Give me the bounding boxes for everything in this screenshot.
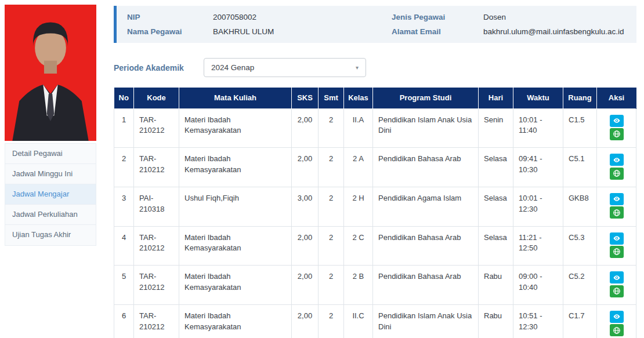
web-link-button[interactable] [610,285,624,297]
cell-hari: Selasa [479,226,513,266]
sidebar-item-jadwal-mengajar[interactable]: Jadwal Mengajar [5,184,96,205]
column-header-waktu: Waktu [513,88,563,108]
sidebar-item-jadwal-minggu-ini[interactable]: Jadwal Minggu Ini [5,164,96,184]
cell-kelas: 2 C [344,226,373,266]
cell-program-studi: Pendidikan Islam Anak Usia Dini [373,108,479,148]
cell-smt: 2 [319,108,344,148]
cell-no: 5 [114,266,134,305]
jenis-pegawai-value: Dosen [483,13,626,21]
web-link-button[interactable] [610,324,624,336]
cell-no: 3 [114,187,134,226]
chevron-down-icon: ▾ [356,64,359,71]
cell-hari: Selasa [479,187,513,226]
cell-waktu: 10:51 - 12:30 [513,304,563,338]
cell-aksi [597,108,636,148]
jenis-pegawai-label: Jenis Pegawai [392,13,479,21]
cell-ruang: C1.5 [563,108,597,148]
cell-kelas: 2 H [344,187,373,226]
cell-aksi [597,226,636,266]
cell-mata-kuliah: Materi Ibadah Kemasyarakatan [179,108,292,148]
cell-no: 4 [114,226,134,266]
person-silhouette-icon [5,6,96,141]
employee-photo [5,5,96,141]
globe-icon [613,287,621,295]
nip-label: NIP [127,13,208,21]
cell-sks: 2,00 [292,108,319,148]
cell-aksi [597,187,636,226]
main-content: NIP 2007058002 Jenis Pegawai Dosen Nama … [114,5,636,338]
cell-waktu: 09:00 - 10:40 [513,266,563,305]
cell-kode: PAI-210318 [134,187,179,226]
view-detail-button[interactable] [610,232,624,245]
cell-aksi [597,148,636,187]
column-header-no: No [114,88,134,108]
eye-icon [613,234,621,242]
cell-hari: Rabu [479,266,513,305]
sidebar-item-jadwal-perkuliahan[interactable]: Jadwal Perkuliahan [5,205,96,225]
column-header-smt: Smt [319,88,344,108]
web-link-button[interactable] [610,168,624,180]
table-row: 2 TAR-210212 Materi Ibadah Kemasyarakata… [114,148,636,187]
globe-icon [613,130,621,138]
view-detail-button[interactable] [610,311,624,323]
sidebar-menu: Detail PegawaiJadwal Minggu IniJadwal Me… [5,143,96,246]
globe-icon [613,169,621,177]
cell-no: 2 [114,148,134,187]
eye-icon [613,195,621,203]
cell-program-studi: Pendidikan Bahasa Arab [373,226,479,266]
view-detail-button[interactable] [610,271,624,284]
table-row: 5 TAR-210212 Materi Ibadah Kemasyarakata… [114,266,636,305]
periode-selected-value: 2024 Genap [211,63,254,72]
cell-aksi [597,304,636,338]
cell-mata-kuliah: Materi Ibadah Kemasyarakatan [179,148,292,187]
cell-mata-kuliah: Materi Ibadah Kemasyarakatan [179,226,292,266]
cell-hari: Senin [479,108,513,148]
cell-no: 6 [114,304,134,338]
column-header-kode: Kode [134,88,179,108]
cell-hari: Rabu [479,304,513,338]
employee-info-box: NIP 2007058002 Jenis Pegawai Dosen Nama … [114,6,636,43]
nama-pegawai-label: Nama Pegawai [127,27,208,36]
alamat-email-label: Alamat Email [392,27,479,36]
column-header-hari: Hari [479,88,513,108]
cell-waktu: 10:01 - 11:40 [513,108,563,148]
view-detail-button[interactable] [610,193,624,205]
alamat-email-value: bakhrul.ulum@mail.uinfasbengkulu.ac.id [483,27,626,36]
cell-hari: Selasa [479,148,513,187]
nip-value: 2007058002 [213,13,387,21]
cell-smt: 2 [319,304,344,338]
cell-aksi [597,266,636,305]
web-link-button[interactable] [610,246,624,258]
periode-akademik-select[interactable]: 2024 Genap ▾ [204,58,366,77]
cell-kode: TAR-210212 [134,108,179,148]
table-row: 6 TAR-210212 Materi Ibadah Kemasyarakata… [114,304,636,338]
cell-smt: 2 [319,266,344,305]
cell-kelas: 2 B [344,266,373,305]
cell-no: 1 [114,108,134,148]
cell-kode: TAR-210212 [134,266,179,305]
view-detail-button[interactable] [610,154,624,166]
eye-icon [613,312,621,321]
column-header-kelas: Kelas [344,88,373,108]
table-row: 3 PAI-210318 Ushul Fiqh,Fiqih 3,00 2 2 H… [114,187,636,226]
sidebar: Detail PegawaiJadwal Minggu IniJadwal Me… [5,5,96,338]
table-row: 1 TAR-210212 Materi Ibadah Kemasyarakata… [114,108,636,148]
cell-mata-kuliah: Ushul Fiqh,Fiqih [179,187,292,226]
column-header-mata-kuliah: Mata Kuliah [179,88,292,108]
view-detail-button[interactable] [610,115,624,127]
cell-program-studi: Pendidikan Agama Islam [373,187,479,226]
cell-mata-kuliah: Materi Ibadah Kemasyarakatan [179,266,292,305]
cell-sks: 2,00 [292,226,319,266]
cell-kode: TAR-210212 [134,304,179,338]
periode-akademik-label: Periode Akademik [114,63,204,72]
sidebar-item-detail-pegawai[interactable]: Detail Pegawai [5,144,96,164]
cell-ruang: C5.2 [563,266,597,305]
cell-sks: 2,00 [292,304,319,338]
web-link-button[interactable] [610,128,624,140]
sidebar-item-ujian-tugas-akhir[interactable]: Ujian Tugas Akhir [5,225,96,245]
cell-sks: 2,00 [292,148,319,187]
web-link-button[interactable] [610,206,624,219]
cell-kode: TAR-210212 [134,148,179,187]
eye-icon [613,274,621,282]
cell-waktu: 10:01 - 12:30 [513,187,563,226]
